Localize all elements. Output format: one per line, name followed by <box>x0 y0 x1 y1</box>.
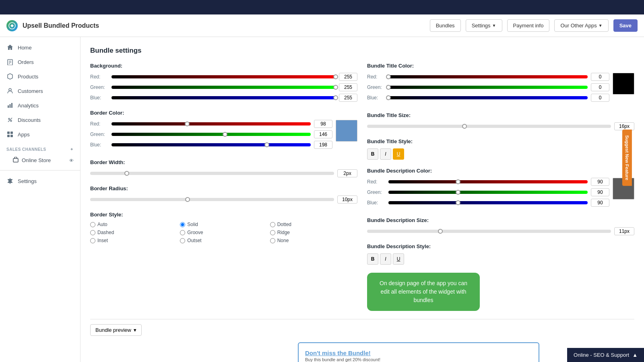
desc-size-label: Bundle Description Size: <box>367 217 634 223</box>
sidebar-label-analytics: Analytics <box>18 103 39 109</box>
desc-color-sliders: Red: Green: <box>367 178 609 209</box>
desc-style-italic[interactable]: I <box>380 253 391 265</box>
main-layout: Home Orders Products Customers Analytics <box>0 37 644 362</box>
border-style-outset[interactable]: Outset <box>180 238 267 243</box>
border-blue-slider[interactable] <box>111 143 311 146</box>
bg-blue-row: Blue: <box>90 94 357 102</box>
other-apps-button[interactable]: Our Other Apps ▼ <box>554 19 608 32</box>
border-red-value[interactable] <box>314 120 332 128</box>
border-style-groove[interactable]: Groove <box>180 230 267 235</box>
bg-red-slider[interactable] <box>111 75 336 78</box>
widget-subtitle: Buy this bundle and get 20% discount! <box>305 357 532 362</box>
bundles-button[interactable]: Bundles <box>430 19 461 32</box>
sidebar-label-home: Home <box>18 45 32 51</box>
header: Upsell Bundled Products Bundles Settings… <box>0 14 644 37</box>
sidebar-item-apps[interactable]: Apps <box>0 127 80 142</box>
bottom-bar-arrow: ▲ <box>632 352 638 358</box>
title-size-value[interactable] <box>614 122 634 130</box>
bg-green-row: Green: <box>90 83 357 91</box>
svg-rect-14 <box>7 135 10 137</box>
tooltip-right-area: On design page of the app you can edit a… <box>367 273 634 311</box>
bg-green-slider[interactable] <box>111 86 336 89</box>
border-style-solid[interactable]: Solid <box>180 222 267 227</box>
customers-icon <box>6 87 14 95</box>
title-red-slider[interactable] <box>388 75 588 78</box>
bg-blue-value[interactable] <box>339 94 357 102</box>
desc-red-value[interactable] <box>591 178 609 186</box>
online-store-visibility-icon[interactable]: 👁 <box>69 158 74 163</box>
title-size-slider[interactable] <box>367 125 611 128</box>
title-green-label: Green: <box>367 84 385 90</box>
title-color-group: Bundle Title Color: Red: <box>367 63 634 104</box>
desc-color-group: Bundle Description Color: Red: <box>367 168 634 209</box>
border-radius-slider[interactable] <box>90 198 334 201</box>
sidebar: Home Orders Products Customers Analytics <box>0 37 80 362</box>
desc-size-value[interactable] <box>614 227 634 235</box>
border-style-inset[interactable]: Inset <box>90 238 178 243</box>
title-style-underline[interactable]: U <box>393 148 404 160</box>
desc-style-underline[interactable]: U <box>393 253 404 265</box>
title-red-value[interactable] <box>591 73 609 81</box>
border-style-auto[interactable]: Auto <box>90 222 178 227</box>
svg-rect-15 <box>10 135 13 137</box>
sidebar-item-home[interactable]: Home <box>0 40 80 55</box>
sidebar-item-discounts[interactable]: Discounts <box>0 113 80 127</box>
border-red-label: Red: <box>90 121 108 127</box>
desc-green-slider[interactable] <box>388 191 588 194</box>
title-green-value[interactable] <box>591 83 609 91</box>
border-style-none[interactable]: None <box>270 238 357 243</box>
border-color-label: Border Color: <box>90 110 357 116</box>
sidebar-item-analytics[interactable]: Analytics <box>0 98 80 113</box>
border-width-slider[interactable] <box>90 172 334 175</box>
products-icon <box>6 73 14 80</box>
border-style-dotted[interactable]: Dotted <box>270 222 357 227</box>
border-sliders: Red: Green: <box>90 120 332 151</box>
border-blue-label: Blue: <box>90 142 108 148</box>
save-button[interactable]: Save <box>613 19 638 32</box>
sidebar-item-products[interactable]: Products <box>0 69 80 84</box>
sidebar-item-online-store[interactable]: Online Store 👁 <box>0 154 80 167</box>
bundle-preview-button[interactable]: Bundle preview ▾ <box>90 324 142 336</box>
app-logo <box>6 20 18 31</box>
border-style-dashed[interactable]: Dashed <box>90 230 178 235</box>
sidebar-item-settings[interactable]: Settings <box>0 174 80 188</box>
desc-color-inner: Red: Green: <box>367 178 634 209</box>
border-green-label: Green: <box>90 132 108 137</box>
title-color-sliders: Red: Green: <box>367 73 609 104</box>
bg-green-value[interactable] <box>339 83 357 91</box>
border-blue-value[interactable] <box>314 141 332 149</box>
sidebar-item-orders[interactable]: Orders <box>0 55 80 69</box>
bg-red-value[interactable] <box>339 73 357 81</box>
desc-green-value[interactable] <box>591 188 609 196</box>
title-green-slider[interactable] <box>388 86 588 89</box>
bottom-bar[interactable]: Online - SEO & Support ▲ <box>567 348 644 362</box>
suggest-feature-tab[interactable]: Suggest New Feature <box>622 130 632 186</box>
border-green-value[interactable] <box>314 130 332 138</box>
desc-green-row: Green: <box>367 188 609 196</box>
desc-style-bold[interactable]: B <box>367 253 378 265</box>
desc-red-slider[interactable] <box>388 180 588 183</box>
svg-rect-6 <box>8 105 9 108</box>
border-radius-value[interactable] <box>337 195 357 204</box>
bg-blue-slider[interactable] <box>111 96 336 99</box>
add-sales-channel-icon[interactable]: ＋ <box>70 146 74 152</box>
desc-blue-slider[interactable] <box>388 201 588 204</box>
border-red-slider[interactable] <box>111 122 311 125</box>
settings-button[interactable]: Settings ▼ <box>466 19 502 32</box>
settings-grid: Background: Red: Green: <box>90 63 634 311</box>
border-green-slider[interactable] <box>111 133 311 136</box>
sidebar-bottom: Settings <box>0 170 80 188</box>
border-style-ridge[interactable]: Ridge <box>270 230 357 235</box>
title-blue-value[interactable] <box>591 94 609 102</box>
border-width-group: Border Width: <box>90 159 357 177</box>
sidebar-item-customers[interactable]: Customers <box>0 84 80 98</box>
desc-style-group: Bundle Description Style: B I U <box>367 243 634 265</box>
title-style-italic[interactable]: I <box>380 148 391 160</box>
title-style-bold[interactable]: B <box>367 148 378 160</box>
title-blue-slider[interactable] <box>388 96 588 99</box>
desc-size-slider[interactable] <box>367 230 611 233</box>
payment-info-button[interactable]: Payment info <box>507 19 550 32</box>
title-color-preview <box>613 73 634 95</box>
desc-blue-value[interactable] <box>591 199 609 207</box>
border-width-value[interactable] <box>337 169 357 177</box>
